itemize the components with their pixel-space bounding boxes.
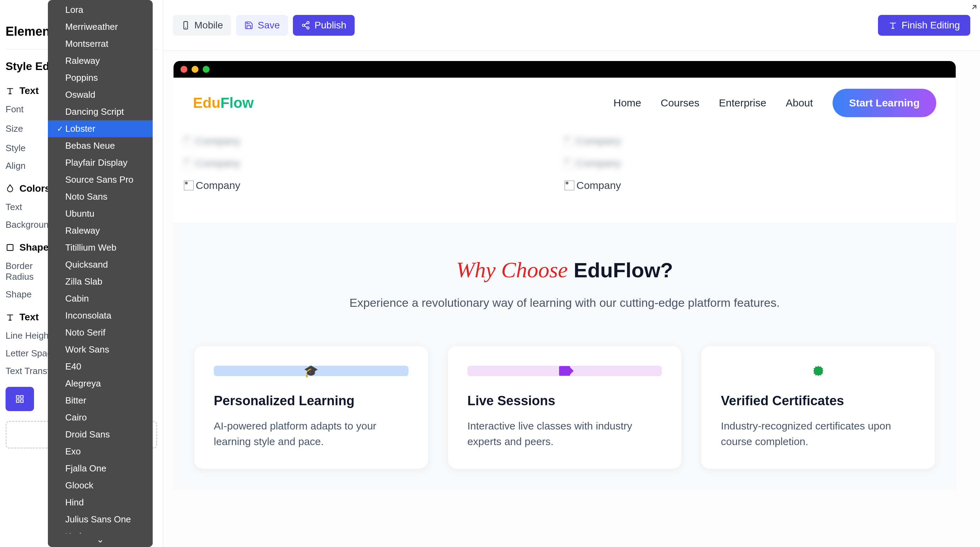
video-icon <box>559 366 570 376</box>
font-option[interactable]: Droid Sans <box>48 426 153 443</box>
svg-line-11 <box>305 25 307 27</box>
font-option[interactable]: Source Sans Pro <box>48 171 153 188</box>
font-option-label: Bitter <box>65 395 144 406</box>
close-dot <box>180 66 188 73</box>
svg-point-7 <box>307 22 310 24</box>
font-option-label: Exo <box>65 446 144 457</box>
svg-point-9 <box>307 27 310 29</box>
font-option[interactable]: Bebas Neue <box>48 137 153 154</box>
feature-icon-bar <box>468 366 662 376</box>
chevron-down-icon[interactable]: ⌄ <box>48 533 153 545</box>
font-option-label: Droid Sans <box>65 429 144 440</box>
company-logo-placeholder: Company <box>184 179 565 191</box>
font-option[interactable]: E40 <box>48 358 153 375</box>
font-option-label: Dancing Script <box>65 106 144 117</box>
font-option[interactable]: Raleway <box>48 52 153 69</box>
feature-title: Personalized Learning <box>214 393 409 408</box>
font-option[interactable]: Noto Serif <box>48 324 153 341</box>
nav-link[interactable]: About <box>786 97 813 109</box>
feature-card[interactable]: Live SessionsInteractive live classes wi… <box>448 346 682 469</box>
company-logo-placeholder: Company <box>184 135 565 147</box>
font-option-label: Hind <box>65 497 144 508</box>
font-option[interactable]: Bitter <box>48 392 153 409</box>
svg-rect-5 <box>184 22 188 29</box>
publish-button[interactable]: Publish <box>293 15 355 36</box>
font-option[interactable]: ✓Lobster <box>48 120 153 137</box>
page-preview[interactable]: EduFlow HomeCoursesEnterpriseAbout Start… <box>173 78 956 490</box>
start-learning-button[interactable]: Start Learning <box>832 89 936 117</box>
font-option[interactable]: Alegreya <box>48 375 153 392</box>
feature-icon-bar <box>721 366 915 376</box>
font-option[interactable]: Ubuntu <box>48 205 153 222</box>
font-option-label: Ubuntu <box>65 208 144 219</box>
nav-link[interactable]: Home <box>614 97 641 109</box>
company-logo-placeholder: Company <box>565 135 945 147</box>
company-logos-row: Company Company Company Company Company … <box>173 128 956 222</box>
save-button[interactable]: Save <box>236 15 288 36</box>
site-logo[interactable]: EduFlow <box>193 95 254 111</box>
font-option[interactable]: Merriweather <box>48 18 153 35</box>
text-icon <box>6 86 14 95</box>
add-component-button[interactable] <box>6 387 34 411</box>
font-option[interactable]: Poppins <box>48 69 153 86</box>
expand-icon[interactable] <box>967 4 977 16</box>
font-option[interactable]: Raleway <box>48 222 153 239</box>
svg-rect-0 <box>7 244 13 250</box>
mobile-preview-button[interactable]: Mobile <box>173 15 231 36</box>
font-option-label: Alegreya <box>65 378 144 389</box>
font-option[interactable]: Gloock <box>48 477 153 494</box>
font-option[interactable]: Titillium Web <box>48 239 153 256</box>
droplet-icon <box>6 184 14 193</box>
font-option[interactable]: Exo <box>48 443 153 460</box>
font-option-label: Source Sans Pro <box>65 174 144 185</box>
font-option-label: E40 <box>65 361 144 372</box>
minimize-dot <box>192 66 199 73</box>
svg-rect-1 <box>16 395 19 398</box>
site-navigation: EduFlow HomeCoursesEnterpriseAbout Start… <box>173 78 956 128</box>
font-option[interactable]: Montserrat <box>48 35 153 52</box>
prop-style-label: Style <box>6 143 54 154</box>
font-option-label: Fjalla One <box>65 463 144 474</box>
feature-card[interactable]: Verified CertificatesIndustry-recognized… <box>702 346 935 469</box>
font-option-label: Raleway <box>65 55 144 66</box>
font-option-label: Raleway <box>65 225 144 236</box>
font-option[interactable]: Zilla Slab <box>48 273 153 290</box>
prop-font-label: Font <box>6 104 54 115</box>
font-option-label: Julius Sans One <box>65 514 144 525</box>
font-dropdown[interactable]: LoraMerriweatherMontserratRalewayPoppins… <box>48 0 153 547</box>
font-option[interactable]: Playfair Display <box>48 154 153 171</box>
font-option-label: Playfair Display <box>65 157 144 168</box>
font-option[interactable]: Lora <box>48 2 153 18</box>
prop-align-label: Align <box>6 160 54 171</box>
feature-card[interactable]: 🎓Personalized LearningAI-powered platfor… <box>194 346 428 469</box>
font-option[interactable]: Quicksand <box>48 256 153 273</box>
nav-link[interactable]: Enterprise <box>719 97 766 109</box>
section-subtitle[interactable]: Experience a revolutionary way of learni… <box>339 294 790 312</box>
font-option[interactable]: Julius Sans One <box>48 511 153 528</box>
font-option-label: Oswald <box>65 89 144 100</box>
svg-rect-3 <box>16 400 19 403</box>
font-option[interactable]: Hind <box>48 494 153 511</box>
font-option[interactable]: Dancing Script <box>48 103 153 120</box>
finish-editing-button[interactable]: Finish Editing <box>878 15 970 36</box>
section-heading[interactable]: Why Choose EduFlow? <box>184 257 945 283</box>
mobile-icon <box>181 21 190 30</box>
font-option[interactable]: Cairo <box>48 409 153 426</box>
font-option-label: Bebas Neue <box>65 140 144 151</box>
font-option-label: Cairo <box>65 412 144 423</box>
feature-description: AI-powered platform adapts to your learn… <box>214 418 409 449</box>
font-option[interactable]: Work Sans <box>48 341 153 358</box>
font-option[interactable]: Noto Sans <box>48 188 153 205</box>
font-option-label: Lobster <box>65 124 144 134</box>
font-option[interactable]: Oswald <box>48 86 153 103</box>
font-option[interactable]: Fjalla One <box>48 460 153 477</box>
company-logo-placeholder: Company <box>565 179 945 191</box>
editor-toolbar: Mobile Save Publish Finish Editing <box>163 0 980 51</box>
font-option[interactable]: Inconsolata <box>48 307 153 324</box>
nav-link[interactable]: Courses <box>661 97 700 109</box>
why-choose-section: Why Choose EduFlow? Experience a revolut… <box>173 222 956 490</box>
font-option-label: Quicksand <box>65 259 144 270</box>
font-option-label: Noto Sans <box>65 191 144 202</box>
company-logo-placeholder: Company <box>184 157 565 169</box>
font-option[interactable]: Cabin <box>48 290 153 307</box>
